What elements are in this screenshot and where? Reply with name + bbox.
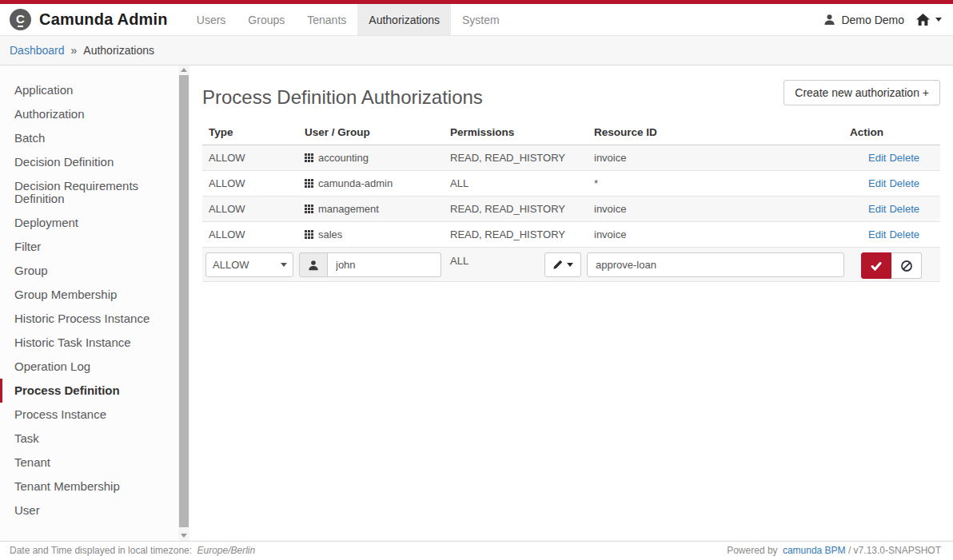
sidebar-item-historic-process-instance[interactable]: Historic Process Instance [0, 307, 189, 331]
main-content: Process Definition Authorizations Create… [189, 66, 953, 541]
camunda-bpm-link[interactable]: camunda BPM [783, 545, 846, 556]
delete-link[interactable]: Delete [889, 228, 919, 240]
nav-item-system[interactable]: System [451, 4, 511, 35]
scrollbar-thumb[interactable] [179, 75, 189, 527]
abort-button[interactable] [891, 252, 922, 279]
sidebar-item-filter[interactable]: Filter [0, 235, 189, 259]
cell-action: EditDelete [843, 197, 940, 221]
identity-input[interactable] [328, 252, 441, 277]
sidebar-item-group[interactable]: Group [0, 259, 189, 283]
page-title: Process Definition Authorizations [202, 86, 483, 109]
sidebar-item-decision-definition[interactable]: Decision Definition [0, 150, 189, 174]
confirm-button[interactable] [861, 252, 891, 279]
table-row: ALLOWcamunda-adminALL*EditDelete [202, 170, 940, 196]
edit-link[interactable]: Edit [868, 203, 886, 215]
column-header-action: Action [843, 120, 940, 145]
cell-type: ALLOW [202, 145, 298, 170]
sidebar-item-historic-task-instance[interactable]: Historic Task Instance [0, 331, 189, 355]
permissions-edit-dropdown[interactable] [544, 252, 581, 277]
sidebar-item-deployment[interactable]: Deployment [0, 211, 189, 235]
group-icon [305, 179, 313, 188]
cell-action: EditDelete [843, 171, 940, 196]
cell-action: EditDelete [843, 145, 940, 170]
sidebar-item-task[interactable]: Task [0, 427, 189, 451]
identity-name: sales [318, 228, 342, 240]
cell-permissions: READ, READ_HISTORY [444, 197, 588, 221]
table-body: ALLOWaccountingREAD, READ_HISTORYinvoice… [202, 145, 940, 247]
cell-permissions: READ, READ_HISTORY [444, 222, 588, 247]
camunda-logo-icon: C [10, 9, 31, 30]
home-icon[interactable] [916, 14, 930, 26]
identity-input-group [299, 252, 441, 277]
breadcrumb-current: Authorizations [83, 44, 154, 57]
sidebar-item-decision-requirements-definition[interactable]: Decision Requirements Definition [0, 174, 189, 211]
table-row: ALLOWmanagementREAD, READ_HISTORYinvoice… [202, 196, 940, 221]
cell-resource-id: invoice [588, 197, 843, 221]
cell-type: ALLOW [202, 197, 298, 221]
resource-id-input[interactable] [587, 252, 844, 277]
nav-item-tenants[interactable]: Tenants [296, 4, 357, 35]
sidebar-item-tenant[interactable]: Tenant [0, 451, 189, 475]
powered-by: Powered by camunda BPM / v7.13.0-SNAPSHO… [727, 545, 943, 556]
check-icon [870, 260, 883, 272]
cell-type: ALLOW [202, 222, 298, 247]
cell-resource-id: invoice [588, 222, 843, 247]
breadcrumb-dashboard-link[interactable]: Dashboard [10, 44, 65, 57]
navbar-right: Demo Demo [823, 4, 953, 35]
sidebar-item-authorization[interactable]: Authorization [0, 102, 189, 126]
current-user-label[interactable]: Demo Demo [841, 14, 904, 26]
delete-link[interactable]: Delete [889, 177, 919, 189]
nav-item-groups[interactable]: Groups [237, 4, 296, 35]
nav-item-authorizations[interactable]: Authorizations [357, 4, 451, 35]
sidebar-item-application[interactable]: Application [0, 78, 189, 102]
scroll-up-icon[interactable] [181, 68, 187, 72]
group-icon [305, 205, 313, 213]
sidebar-item-operation-log[interactable]: Operation Log [0, 355, 189, 379]
edit-link[interactable]: Edit [868, 228, 886, 240]
group-icon [305, 230, 313, 239]
edit-link[interactable]: Edit [868, 152, 886, 164]
column-header-user-group: User / Group [298, 120, 444, 145]
cell-permissions: ALL [444, 171, 588, 196]
type-select[interactable]: ALLOW [205, 252, 293, 277]
timezone-value: Europe/Berlin [197, 545, 255, 556]
sidebar-item-batch[interactable]: Batch [0, 126, 189, 150]
authorizations-table: TypeUser / GroupPermissionsResource IDAc… [202, 120, 940, 282]
sidebar-item-user[interactable]: User [0, 498, 189, 522]
sidebar-list: ApplicationAuthorizationBatchDecision De… [0, 78, 189, 522]
column-header-resource-id: Resource ID [588, 120, 843, 145]
column-header-permissions: Permissions [444, 120, 588, 145]
column-header-type: Type [202, 120, 298, 145]
pencil-caret-icon [567, 263, 573, 267]
scroll-down-icon[interactable] [181, 534, 187, 538]
sidebar-item-process-instance[interactable]: Process Instance [0, 403, 189, 427]
timezone-info: Date and Time displayed in local timezon… [10, 545, 257, 556]
edit-actions-group [861, 252, 922, 279]
create-authorization-button[interactable]: Create new authorization + [784, 80, 940, 105]
sidebar-scrollbar[interactable] [178, 66, 189, 541]
top-navbar: C Camunda Admin UsersGroupsTenantsAuthor… [0, 0, 953, 36]
cell-identity: camunda-admin [298, 171, 444, 196]
cell-action: EditDelete [843, 222, 940, 247]
pencil-icon [552, 260, 563, 270]
sidebar-item-group-membership[interactable]: Group Membership [0, 283, 189, 307]
edit-link[interactable]: Edit [868, 177, 886, 189]
cell-resource-id: * [588, 171, 843, 196]
sidebar-item-process-definition[interactable]: Process Definition [0, 379, 189, 403]
permissions-value: ALL [450, 255, 469, 267]
identity-name: accounting [318, 152, 369, 164]
cell-identity: sales [298, 222, 444, 247]
authorization-edit-row: ALLOW ALL [202, 247, 940, 282]
identity-type-toggle[interactable] [299, 252, 328, 277]
table-row: ALLOWaccountingREAD, READ_HISTORYinvoice… [202, 145, 940, 170]
footer: Date and Time displayed in local timezon… [0, 541, 953, 559]
user-icon [308, 260, 319, 271]
home-menu-caret-icon[interactable] [935, 18, 942, 22]
delete-link[interactable]: Delete [889, 152, 919, 164]
delete-link[interactable]: Delete [889, 203, 919, 215]
main-nav: UsersGroupsTenantsAuthorizationsSystem [185, 4, 511, 35]
powered-by-label: Powered by [727, 545, 777, 556]
brand[interactable]: C Camunda Admin [0, 4, 177, 35]
sidebar-item-tenant-membership[interactable]: Tenant Membership [0, 475, 189, 498]
nav-item-users[interactable]: Users [185, 4, 237, 35]
